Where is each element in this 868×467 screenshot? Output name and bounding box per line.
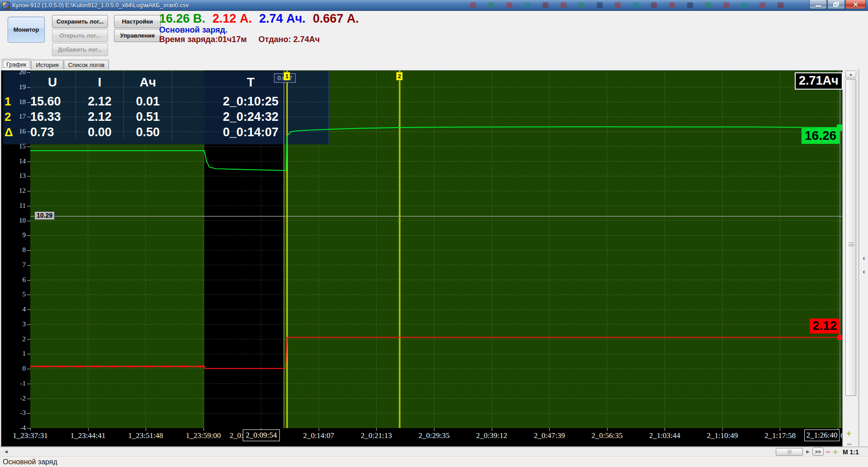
cursor-table-cell: 0_0:14:07 [172, 124, 329, 140]
y-axis-tick [27, 413, 30, 414]
chart-plot[interactable]: UIАчT115.602.120.012_0:10:25216.332.120.… [1, 70, 843, 447]
x-zoom-in-button[interactable]: + [833, 447, 838, 457]
background-artifact [778, 2, 783, 8]
vertical-scroll-thumb[interactable] [845, 79, 856, 396]
toolbar: Монитор Сохранить лог... Открыть лог... … [0, 11, 868, 59]
x-axis-tick [549, 428, 550, 431]
y-axis-tick [27, 250, 30, 251]
charge-time-text: Время заряда:01ч17м [159, 35, 247, 44]
y-axis-label: 6 [3, 276, 26, 284]
y-axis-tick [27, 310, 30, 310]
cursor-table-cell: U [29, 71, 76, 94]
scroll-left-arrow-icon[interactable]: ◀ [3, 448, 9, 455]
y-axis-tick [27, 162, 30, 162]
tab-Список логов[interactable]: Список логов [64, 60, 109, 69]
open-log-button[interactable]: Открыть лог... [52, 29, 108, 42]
y-zoom-in-button[interactable]: + [846, 429, 851, 438]
background-artifact [506, 2, 512, 8]
x-axis-label: 1_23:37:31 [13, 431, 47, 440]
settings-button[interactable]: Настройки [114, 15, 161, 28]
x-axis-tick [434, 428, 434, 431]
background-artifact [651, 2, 657, 8]
tab-График[interactable]: График [2, 59, 31, 69]
cursor-table-cell: 0.51 [124, 109, 172, 124]
horizontal-scrollbar[interactable]: ◀ ▶ >> − + М 1:1 [0, 447, 868, 456]
y-axis-label: 3 [3, 320, 26, 328]
y-axis-tick [27, 72, 30, 73]
x-axis-label: 2_0:29:35 [419, 431, 450, 440]
x-axis-tick [665, 428, 665, 431]
monitor-button[interactable]: Монитор [8, 17, 45, 43]
y-axis-label: 18 [3, 98, 26, 106]
background-artifact [741, 2, 747, 8]
x-axis-tick [376, 428, 377, 431]
fast-forward-button[interactable]: >> [812, 448, 824, 456]
x-axis-tick [607, 428, 608, 431]
cursor-table-cell: 2.12 [76, 94, 124, 109]
live-value: 2.74 Ач. [259, 12, 306, 25]
scale-indicator: М 1:1 [843, 448, 859, 456]
y-axis-label: 16 [3, 128, 26, 135]
x-axis-label: 2_0:39:12 [476, 431, 507, 440]
capacity-label: 2.71Ач [795, 72, 843, 90]
background-artifact [633, 2, 639, 8]
cursor-table-cell: 0.01 [124, 94, 172, 109]
cursor-table-cell: 15.60 [29, 94, 76, 109]
y-axis-tick [27, 354, 30, 354]
add-log-button[interactable]: Добавить лог... [52, 43, 108, 56]
y-axis-label: 15 [3, 143, 26, 150]
minimize-icon [816, 5, 821, 7]
x-axis-label: 2_0:14:07 [303, 431, 334, 440]
tab-История[interactable]: История [31, 60, 63, 69]
horizontal-scroll-thumb[interactable] [776, 448, 803, 456]
y-axis-label: 14 [3, 157, 26, 165]
current-end-label: 2.12 [810, 319, 840, 334]
y-axis-label: 4 [3, 305, 26, 313]
collapse-chevron-button[interactable]: ‹ [861, 267, 867, 276]
x-axis-tick [30, 428, 31, 431]
tab-bar: ГрафикИсторияСписок логов [0, 59, 868, 69]
y-axis-tick [27, 399, 30, 399]
y-axis-label: 5 [3, 291, 26, 298]
y-axis-tick [27, 206, 30, 206]
y-axis-label: 12 [3, 187, 26, 195]
window-title: Кулон-912 (1.0.5.0) E:\Kulon912_1.0.5.0_… [12, 2, 189, 9]
background-artifact [524, 2, 530, 8]
save-log-button[interactable]: Сохранить лог... [52, 15, 108, 28]
cursor-flag[interactable]: 2 [396, 72, 403, 81]
marker-value-label: 10.29 [34, 211, 55, 220]
y-axis-tick [27, 221, 30, 221]
x-axis-tick [88, 428, 89, 431]
x-axis-label: 2_1:10:49 [707, 431, 738, 440]
x-zoom-out-button[interactable]: − [826, 447, 830, 457]
x-axis-tick [492, 428, 492, 431]
cursor-flag[interactable]: 1 [283, 72, 290, 81]
close-icon: ✕ [853, 1, 859, 8]
y-axis-label: 0 [3, 365, 26, 372]
background-artifact [723, 2, 729, 8]
y-axis-tick [27, 265, 30, 266]
voltage-end-label: 16.26 [802, 128, 840, 144]
collapse-chevron-button[interactable]: ‹ [861, 254, 867, 263]
charge-time-line: Время заряда:01ч17мОтдано: 2.74Ач [159, 35, 331, 44]
control-button[interactable]: Управление [114, 29, 161, 42]
cursor-table-cell: I [76, 71, 124, 94]
x-axis-label: 2_1:03:44 [649, 431, 680, 440]
y-axis-label: -4 [3, 424, 26, 432]
y-axis-label: -1 [3, 380, 26, 387]
minimize-button[interactable] [809, 0, 827, 9]
scroll-up-button[interactable]: ▲ [845, 71, 856, 78]
vertical-scrollbar[interactable]: ▲ + − [845, 70, 857, 446]
cursor-table-cell: 16.33 [29, 109, 76, 124]
y-axis-tick [27, 191, 30, 191]
y-axis-tick [27, 102, 30, 103]
cursor-time-box: 2_1:26:40 [804, 429, 840, 441]
y-axis-label: -2 [3, 395, 26, 402]
close-button[interactable]: ✕ [845, 0, 866, 9]
scroll-right-arrow-icon[interactable]: ▶ [805, 448, 811, 455]
y-axis-label: 2 [3, 335, 26, 343]
restore-button[interactable] [827, 0, 845, 9]
background-artifact [470, 2, 476, 8]
y-axis-label: 9 [3, 231, 26, 239]
delivered-text: Отдано: 2.74Ач [259, 35, 320, 44]
